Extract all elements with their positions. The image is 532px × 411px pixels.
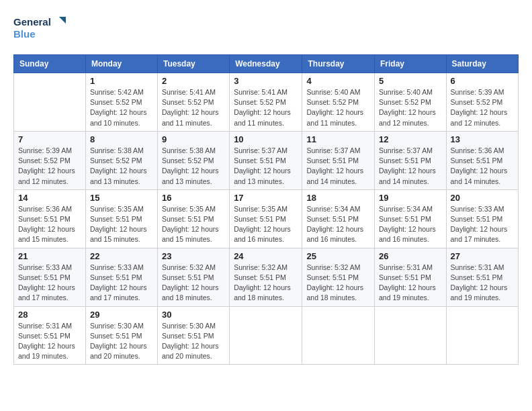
day-cell: 12Sunrise: 5:37 AMSunset: 5:51 PMDayligh… [375, 131, 447, 189]
day-cell: 23Sunrise: 5:32 AMSunset: 5:51 PMDayligh… [157, 248, 229, 306]
day-cell [375, 306, 447, 365]
day-cell: 11Sunrise: 5:37 AMSunset: 5:51 PMDayligh… [302, 131, 375, 189]
day-cell: 21Sunrise: 5:33 AMSunset: 5:51 PMDayligh… [14, 248, 86, 306]
day-info: Sunrise: 5:35 AMSunset: 5:51 PMDaylight:… [90, 204, 153, 245]
day-cell: 3Sunrise: 5:41 AMSunset: 5:52 PMDaylight… [230, 73, 302, 132]
day-info: Sunrise: 5:37 AMSunset: 5:51 PMDaylight:… [306, 146, 370, 187]
weekday-header: Monday [85, 55, 157, 73]
svg-text:Blue: Blue [13, 28, 36, 40]
day-number: 11 [306, 134, 370, 144]
page-header: General Blue [13, 13, 519, 44]
day-cell: 16Sunrise: 5:35 AMSunset: 5:51 PMDayligh… [157, 189, 229, 248]
day-number: 26 [379, 251, 442, 261]
weekday-header-row: SundayMondayTuesdayWednesdayThursdayFrid… [14, 55, 519, 73]
day-info: Sunrise: 5:36 AMSunset: 5:51 PMDaylight:… [451, 146, 514, 187]
day-number: 25 [306, 251, 370, 261]
day-cell: 20Sunrise: 5:33 AMSunset: 5:51 PMDayligh… [446, 189, 518, 248]
day-number: 16 [162, 193, 225, 203]
weekday-header: Sunday [14, 55, 86, 73]
day-cell: 13Sunrise: 5:36 AMSunset: 5:51 PMDayligh… [446, 131, 518, 189]
day-cell [230, 306, 302, 365]
day-info: Sunrise: 5:39 AMSunset: 5:52 PMDaylight:… [18, 146, 81, 187]
day-info: Sunrise: 5:40 AMSunset: 5:52 PMDaylight:… [306, 87, 370, 128]
day-info: Sunrise: 5:38 AMSunset: 5:52 PMDaylight:… [162, 146, 225, 187]
day-info: Sunrise: 5:39 AMSunset: 5:52 PMDaylight:… [451, 87, 514, 128]
day-info: Sunrise: 5:42 AMSunset: 5:52 PMDaylight:… [90, 87, 153, 128]
day-cell: 4Sunrise: 5:40 AMSunset: 5:52 PMDaylight… [302, 73, 375, 132]
day-info: Sunrise: 5:31 AMSunset: 5:51 PMDaylight:… [451, 263, 514, 304]
day-number: 9 [162, 134, 225, 144]
day-number: 29 [90, 310, 153, 320]
day-number: 10 [234, 134, 298, 144]
day-info: Sunrise: 5:33 AMSunset: 5:51 PMDaylight:… [90, 263, 153, 304]
svg-marker-3 [59, 17, 66, 24]
day-number: 22 [90, 251, 153, 261]
week-row: 14Sunrise: 5:36 AMSunset: 5:51 PMDayligh… [14, 189, 519, 248]
day-cell: 10Sunrise: 5:37 AMSunset: 5:51 PMDayligh… [230, 131, 302, 189]
day-cell: 9Sunrise: 5:38 AMSunset: 5:52 PMDaylight… [157, 131, 229, 189]
day-cell: 8Sunrise: 5:38 AMSunset: 5:52 PMDaylight… [85, 131, 157, 189]
day-number: 15 [90, 193, 153, 203]
day-cell: 30Sunrise: 5:30 AMSunset: 5:51 PMDayligh… [157, 306, 229, 365]
day-number: 24 [234, 251, 298, 261]
weekday-header: Saturday [446, 55, 518, 73]
day-number: 8 [90, 134, 153, 144]
weekday-header: Wednesday [230, 55, 302, 73]
calendar-table: SundayMondayTuesdayWednesdayThursdayFrid… [13, 54, 519, 365]
week-row: 7Sunrise: 5:39 AMSunset: 5:52 PMDaylight… [14, 131, 519, 189]
week-row: 1Sunrise: 5:42 AMSunset: 5:52 PMDaylight… [14, 73, 519, 132]
weekday-header: Friday [375, 55, 447, 73]
day-cell: 26Sunrise: 5:31 AMSunset: 5:51 PMDayligh… [375, 248, 447, 306]
day-info: Sunrise: 5:33 AMSunset: 5:51 PMDaylight:… [451, 204, 514, 245]
day-info: Sunrise: 5:32 AMSunset: 5:51 PMDaylight:… [306, 263, 370, 304]
day-cell [302, 306, 375, 365]
day-info: Sunrise: 5:31 AMSunset: 5:51 PMDaylight:… [18, 321, 81, 362]
day-info: Sunrise: 5:33 AMSunset: 5:51 PMDaylight:… [18, 263, 81, 304]
calendar-header: SundayMondayTuesdayWednesdayThursdayFrid… [14, 55, 519, 73]
day-info: Sunrise: 5:30 AMSunset: 5:51 PMDaylight:… [90, 321, 153, 362]
day-cell: 6Sunrise: 5:39 AMSunset: 5:52 PMDaylight… [446, 73, 518, 132]
day-cell: 1Sunrise: 5:42 AMSunset: 5:52 PMDaylight… [85, 73, 157, 132]
logo: General Blue [13, 13, 67, 44]
day-cell: 24Sunrise: 5:32 AMSunset: 5:51 PMDayligh… [230, 248, 302, 306]
day-info: Sunrise: 5:31 AMSunset: 5:51 PMDaylight:… [379, 263, 442, 304]
day-number: 14 [18, 193, 81, 203]
day-info: Sunrise: 5:36 AMSunset: 5:51 PMDaylight:… [18, 204, 81, 245]
day-number: 2 [162, 76, 225, 86]
day-cell: 19Sunrise: 5:34 AMSunset: 5:51 PMDayligh… [375, 189, 447, 248]
day-cell: 25Sunrise: 5:32 AMSunset: 5:51 PMDayligh… [302, 248, 375, 306]
day-info: Sunrise: 5:34 AMSunset: 5:51 PMDaylight:… [306, 204, 370, 245]
day-number: 6 [451, 76, 514, 86]
day-number: 5 [379, 76, 442, 86]
svg-text:General: General [13, 16, 51, 28]
logo-svg: General Blue [13, 13, 67, 44]
day-number: 20 [451, 193, 514, 203]
day-number: 12 [379, 134, 442, 144]
day-cell: 14Sunrise: 5:36 AMSunset: 5:51 PMDayligh… [14, 189, 86, 248]
day-cell: 22Sunrise: 5:33 AMSunset: 5:51 PMDayligh… [85, 248, 157, 306]
day-cell: 5Sunrise: 5:40 AMSunset: 5:52 PMDaylight… [375, 73, 447, 132]
calendar-body: 1Sunrise: 5:42 AMSunset: 5:52 PMDaylight… [14, 73, 519, 365]
weekday-header: Tuesday [157, 55, 229, 73]
day-cell: 27Sunrise: 5:31 AMSunset: 5:51 PMDayligh… [446, 248, 518, 306]
day-cell [446, 306, 518, 365]
day-number: 13 [451, 134, 514, 144]
day-info: Sunrise: 5:35 AMSunset: 5:51 PMDaylight:… [234, 204, 298, 245]
day-number: 4 [306, 76, 370, 86]
day-info: Sunrise: 5:41 AMSunset: 5:52 PMDaylight:… [234, 87, 298, 128]
day-number: 3 [234, 76, 298, 86]
day-cell: 29Sunrise: 5:30 AMSunset: 5:51 PMDayligh… [85, 306, 157, 365]
week-row: 21Sunrise: 5:33 AMSunset: 5:51 PMDayligh… [14, 248, 519, 306]
day-number: 17 [234, 193, 298, 203]
day-number: 21 [18, 251, 81, 261]
day-number: 27 [451, 251, 514, 261]
day-cell: 17Sunrise: 5:35 AMSunset: 5:51 PMDayligh… [230, 189, 302, 248]
day-cell: 18Sunrise: 5:34 AMSunset: 5:51 PMDayligh… [302, 189, 375, 248]
day-number: 28 [18, 310, 81, 320]
day-info: Sunrise: 5:37 AMSunset: 5:51 PMDaylight:… [379, 146, 442, 187]
day-info: Sunrise: 5:34 AMSunset: 5:51 PMDaylight:… [379, 204, 442, 245]
day-cell: 7Sunrise: 5:39 AMSunset: 5:52 PMDaylight… [14, 131, 86, 189]
day-info: Sunrise: 5:37 AMSunset: 5:51 PMDaylight:… [234, 146, 298, 187]
day-number: 23 [162, 251, 225, 261]
day-number: 30 [162, 310, 225, 320]
